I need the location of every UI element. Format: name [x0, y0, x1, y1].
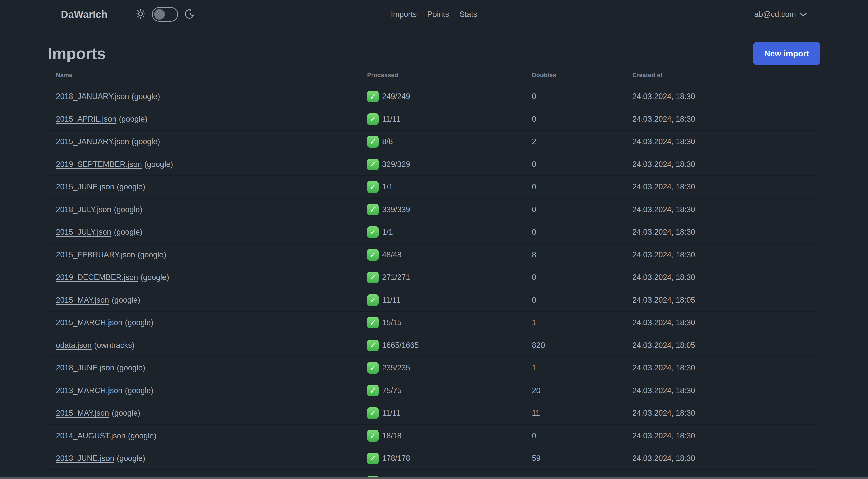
import-file-link[interactable]: 2015_MARCH.json [56, 318, 122, 327]
doubles-cell: 0 [524, 153, 624, 176]
nav-link-imports[interactable]: Imports [391, 10, 417, 19]
doubles-count: 0 [532, 431, 536, 440]
toggle-knob [154, 9, 165, 20]
created-cell: 24.03.2024, 18:30 [624, 85, 820, 108]
created-cell: 24.03.2024, 18:30 [624, 176, 820, 198]
created-at: 24.03.2024, 18:30 [632, 431, 695, 440]
table-row: 2015_MAY.json(google) ✓ 11/11 0 24.03.20… [48, 289, 820, 311]
import-source-label: (google) [141, 273, 169, 282]
import-file-link[interactable]: 2015_APRIL.json [56, 115, 116, 123]
created-cell: 24.03.2024, 18:30 [624, 447, 820, 470]
success-check-icon: ✓ [367, 362, 379, 374]
doubles-cell: 0 [524, 108, 624, 130]
success-check-icon: ✓ [367, 453, 379, 464]
processed-count: 1/1 [382, 228, 393, 237]
new-import-button[interactable]: New import [753, 42, 820, 65]
check-glyph: ✓ [370, 364, 376, 372]
name-cell: 2019_DECEMBER.json(google) [48, 266, 359, 289]
created-at: 24.03.2024, 18:30 [632, 115, 695, 123]
doubles-cell: 1 [524, 357, 624, 379]
import-file-link[interactable]: 2018_JULY.json [56, 205, 111, 214]
check-glyph: ✓ [370, 115, 376, 123]
processed-count: 11/11 [382, 409, 400, 418]
processed-cell: ✓ 339/339 [359, 198, 524, 221]
created-cell: 24.03.2024, 18:05 [624, 289, 820, 311]
horizontal-scrollbar[interactable] [0, 477, 868, 479]
name-cell: 2015_FEBRUARY.json(google) [48, 243, 359, 266]
table-row: 2019_DECEMBER.json(google) ✓ 271/271 0 2… [48, 266, 820, 289]
created-cell: 24.03.2024, 18:05 [624, 334, 820, 357]
doubles-cell: 0 [524, 85, 624, 108]
doubles-cell: 2 [524, 130, 624, 153]
import-file-link[interactable]: 2015_JULY.json [56, 228, 111, 237]
created-at: 24.03.2024, 18:05 [632, 341, 695, 350]
theme-toggle-group [135, 7, 195, 22]
import-file-link[interactable]: 2019_DECEMBER.json [56, 273, 138, 282]
doubles-count: 0 [532, 296, 536, 304]
doubles-cell: 20 [524, 379, 624, 402]
import-file-link[interactable]: 2018_JANUARY.json [56, 92, 129, 101]
doubles-count: 0 [532, 115, 536, 123]
success-check-icon: ✓ [367, 136, 379, 148]
theme-toggle-switch[interactable] [152, 7, 178, 22]
nav-link-points[interactable]: Points [427, 10, 449, 19]
user-menu[interactable]: ab@cd.com [754, 10, 807, 19]
name-cell: 2019_SEPTEMBER.json(google) [48, 153, 359, 176]
import-file-link[interactable]: 2019_SEPTEMBER.json [56, 160, 142, 169]
table-row: odata.json(owntracks) ✓ 1665/1665 820 24… [48, 334, 820, 357]
processed-cell: ✓ 271/271 [359, 266, 524, 289]
column-header-created-at: Created at [624, 65, 820, 85]
check-glyph: ✓ [370, 409, 376, 417]
processed-count: 48/48 [382, 250, 402, 259]
import-file-link[interactable]: 2013_JUNE.json [56, 454, 114, 463]
import-source-label: (google) [114, 228, 143, 237]
check-glyph: ✓ [370, 387, 376, 394]
nav-link-stats[interactable]: Stats [459, 10, 477, 19]
import-file-link[interactable]: 2015_FEBRUARY.json [56, 250, 135, 259]
import-file-link[interactable]: 2018_JUNE.json [56, 363, 114, 372]
import-file-link[interactable]: 2013_MARCH.json [56, 386, 122, 395]
processed-count: 8/8 [382, 137, 393, 146]
created-cell: 24.03.2024, 18:30 [624, 402, 820, 424]
import-file-link[interactable]: 2014_AUGUST.json [56, 431, 125, 440]
import-source-label: (google) [137, 250, 166, 259]
doubles-count: 0 [532, 228, 536, 237]
processed-cell: ✓ 11/11 [359, 289, 524, 311]
processed-count: 75/75 [382, 386, 402, 395]
processed-count: 271/271 [382, 273, 410, 282]
name-cell: 2015_JULY.json(google) [48, 221, 359, 243]
processed-cell: ✓ 1/1 [359, 221, 524, 243]
table-row: 2014_AUGUST.json(google) ✓ 18/18 0 24.03… [48, 424, 820, 447]
created-cell: 24.03.2024, 18:30 [624, 379, 820, 402]
created-at: 24.03.2024, 18:05 [632, 296, 695, 304]
import-file-link[interactable]: 2015_JANUARY.json [56, 137, 129, 146]
success-check-icon: ✓ [367, 113, 379, 125]
import-file-link[interactable]: 2015_JUNE.json [56, 182, 114, 191]
doubles-count: 0 [532, 182, 536, 191]
app-logo[interactable]: DaWarIch [61, 9, 108, 20]
import-source-label: (google) [112, 409, 141, 417]
created-cell: 24.03.2024, 18:30 [624, 243, 820, 266]
check-glyph: ✓ [370, 228, 376, 236]
main-content: Imports New import Name Processed Double… [0, 41, 868, 479]
doubles-count: 2 [532, 137, 536, 146]
doubles-cell: 0 [524, 424, 624, 447]
import-source-label: (google) [117, 363, 146, 372]
processed-cell: ✓ 48/48 [359, 243, 524, 266]
name-cell: 2018_JULY.json(google) [48, 198, 359, 221]
import-file-link[interactable]: odata.json [56, 341, 92, 350]
imports-table: Name Processed Doubles Created at 2018_J… [48, 65, 820, 479]
processed-count: 15/15 [382, 318, 402, 327]
created-at: 24.03.2024, 18:30 [632, 160, 695, 169]
import-file-link[interactable]: 2015_MAY.json [56, 409, 109, 417]
success-check-icon: ✓ [367, 272, 379, 283]
created-at: 24.03.2024, 18:30 [632, 92, 695, 101]
table-row: 2015_APRIL.json(google) ✓ 11/11 0 24.03.… [48, 108, 820, 130]
processed-count: 11/11 [382, 296, 400, 305]
name-cell: 2015_MAY.json(google) [48, 402, 359, 424]
import-file-link[interactable]: 2015_MAY.json [56, 296, 109, 304]
table-row: 2015_MARCH.json(google) ✓ 15/15 1 24.03.… [48, 311, 820, 334]
success-check-icon: ✓ [367, 294, 379, 306]
processed-cell: ✓ 75/75 [359, 379, 524, 402]
column-header-processed: Processed [359, 65, 524, 85]
